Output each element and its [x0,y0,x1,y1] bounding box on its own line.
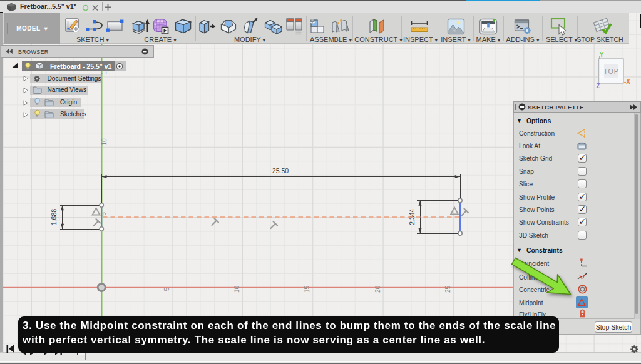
svg-text:10: 10 [101,138,108,146]
svg-text:5: 5 [163,287,170,291]
svg-text:1.688: 1.688 [50,209,58,225]
svg-text:TOP: TOP [603,68,618,75]
svg-text:20: 20 [374,286,381,293]
svg-text:25.50: 25.50 [272,167,289,174]
svg-text:10: 10 [233,286,240,293]
svg-text:Y: Y [600,51,604,58]
svg-text:25: 25 [444,286,451,293]
svg-text:-X: -X [624,78,630,85]
svg-text:Z: Z [596,83,600,89]
svg-text:15: 15 [304,286,310,293]
